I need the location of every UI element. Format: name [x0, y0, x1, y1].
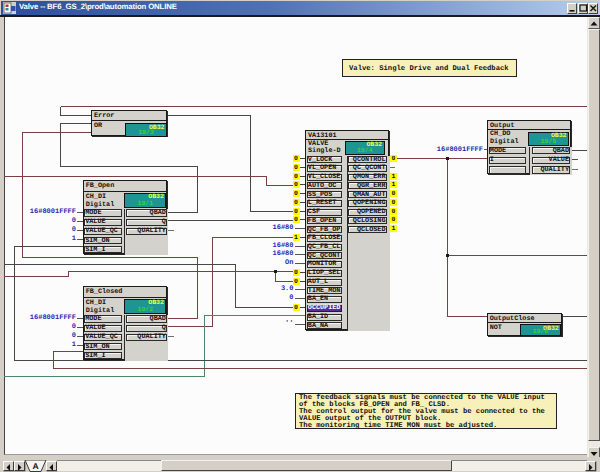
svg-text:A: A [32, 461, 38, 471]
